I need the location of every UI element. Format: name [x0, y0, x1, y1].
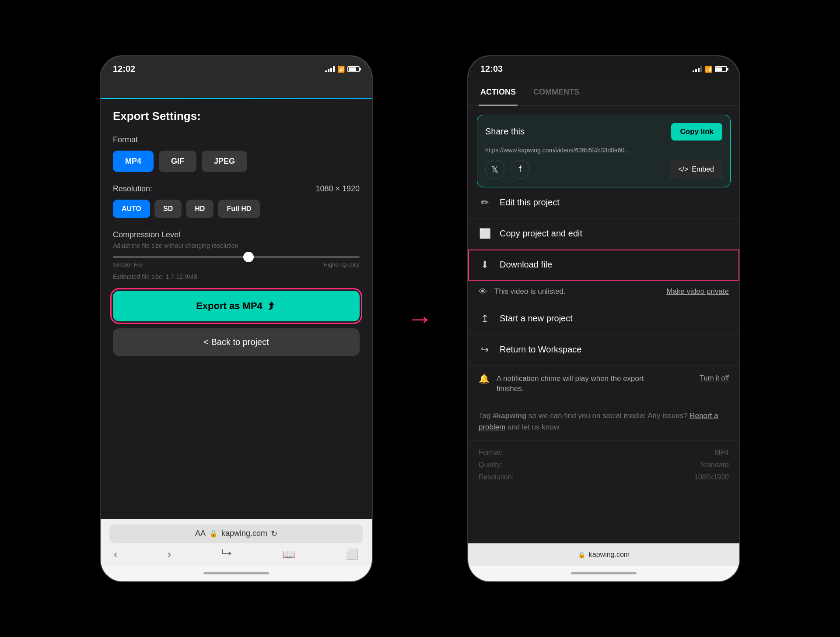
download-file-item[interactable]: ⬇ Download file	[468, 250, 739, 281]
edit-icon: ✏	[479, 197, 491, 208]
tag-rest-text: so we can find you on social media! Any …	[528, 412, 688, 420]
make-private-link[interactable]: Make video private	[666, 287, 729, 296]
share-row: Share this Copy link	[485, 123, 722, 141]
slider-min-label: Smaller File	[113, 261, 143, 268]
new-project-icon: ↥	[479, 313, 491, 324]
back-nav-icon[interactable]: ‹	[114, 548, 117, 560]
notif-text: A notification chime will play when the …	[497, 373, 645, 394]
return-icon: ↪	[479, 344, 491, 355]
download-file-label: Download file	[500, 260, 552, 270]
refresh-icon[interactable]: ↻	[271, 529, 277, 538]
format-val: MP4	[714, 449, 729, 457]
format-label: Format	[113, 135, 360, 144]
left-status-time: 12:02	[113, 64, 135, 74]
tabs-nav-icon[interactable]: ⬜	[346, 548, 359, 560]
right-wifi-icon: 📶	[705, 66, 712, 73]
resolution-buttons: AUTO SD HD Full HD	[113, 200, 360, 218]
export-upload-icon: ⮭	[267, 300, 276, 312]
copy-link-label: Copy link	[680, 127, 714, 136]
tag-text: Tag	[479, 412, 493, 420]
format-mp4-button[interactable]: MP4	[113, 151, 154, 172]
unlisted-left: 👁 This video is unlisted.	[479, 287, 566, 297]
home-bar-left	[203, 572, 269, 574]
export-content: Export Settings: Format MP4 GIF JPEG Res…	[101, 99, 372, 519]
copy-project-item[interactable]: ⬜ Copy project and edit	[468, 218, 739, 250]
left-phone: 12:02 📶 Export Settings: Format	[101, 56, 372, 581]
res-fullhd-button[interactable]: Full HD	[218, 200, 260, 218]
tag-end-text: and let us know.	[508, 423, 561, 431]
url-bar-left[interactable]: AA 🔒 kapwing.com ↻	[109, 524, 363, 543]
bookmarks-nav-icon[interactable]: 📖	[282, 548, 295, 560]
right-battery-fill	[716, 67, 722, 71]
return-workspace-label: Return to Workspace	[500, 345, 582, 355]
right-signal-bar-2	[695, 69, 697, 72]
export-title: Export Settings:	[113, 109, 360, 123]
edit-project-item[interactable]: ✏ Edit this project	[468, 187, 739, 218]
quality-info-row: Quality: Standard	[479, 461, 729, 469]
new-project-item[interactable]: ↥ Start a new project	[468, 303, 739, 334]
slider-labels: Smaller File Higher Quality	[113, 261, 360, 268]
export-btn-label: Export as MP4	[196, 300, 262, 312]
twitter-button[interactable]: 𝕏	[485, 160, 504, 179]
share-nav-icon[interactable]: ⮡	[221, 548, 232, 560]
res-sd-button[interactable]: SD	[154, 200, 182, 218]
tag-kapwing: #kapwing	[493, 412, 526, 420]
compression-section: Compression Level Adjust the file size w…	[113, 230, 360, 268]
compression-slider[interactable]	[113, 256, 360, 258]
compression-subtitle: Adjust the file size without changing re…	[113, 242, 360, 249]
signal-bar-1	[325, 70, 327, 72]
social-row: 𝕏 f </> Embed	[485, 160, 722, 179]
res-auto-button[interactable]: AUTO	[113, 200, 150, 218]
tab-actions[interactable]: ACTIONS	[479, 80, 518, 106]
turn-off-link[interactable]: Turn it off	[700, 373, 729, 383]
left-status-bar: 12:02 📶	[101, 56, 372, 80]
browser-nav: ‹ › ⮡ 📖 ⬜	[109, 548, 363, 560]
home-indicator-right	[468, 566, 739, 581]
bell-icon: 🔔	[479, 373, 490, 384]
right-status-bar: 12:03 📶	[468, 56, 739, 80]
right-signal-bar-4	[700, 66, 702, 72]
format-gif-button[interactable]: GIF	[159, 151, 196, 172]
unlisted-row: 👁 This video is unlisted. Make video pri…	[468, 281, 739, 303]
download-icon: ⬇	[479, 259, 491, 271]
tab-comments-label: COMMENTS	[533, 88, 579, 96]
signal-bar-4	[333, 66, 335, 72]
notif-left: 🔔 A notification chime will play when th…	[479, 373, 645, 394]
url-text-right: kapwing.com	[589, 551, 630, 559]
facebook-button[interactable]: f	[511, 160, 530, 179]
back-to-project-button[interactable]: < Back to project	[113, 328, 360, 356]
res-hd-button[interactable]: HD	[186, 200, 214, 218]
export-mp4-button[interactable]: Export as MP4 ⮭	[113, 291, 360, 321]
actions-scroll: Share this Copy link https://www.kapwing…	[468, 106, 739, 543]
resolution-label: Resolution:	[113, 184, 152, 194]
file-size-estimate: Estimated file size: 1.7-12.9MB	[113, 273, 360, 280]
right-battery-icon	[715, 66, 727, 72]
battery-icon	[347, 66, 360, 72]
notification-row: 🔔 A notification chime will play when th…	[468, 366, 739, 403]
home-bar-right	[571, 572, 637, 574]
resolution-key: Resolution:	[479, 473, 514, 481]
right-phone: 12:03 📶 ACTIONS	[468, 56, 739, 581]
format-info-row: Format: MP4	[479, 449, 729, 457]
right-signal-bar-3	[698, 68, 700, 72]
copy-link-button[interactable]: Copy link	[671, 123, 722, 141]
signal-bars-icon	[325, 66, 335, 72]
screens-container: 12:02 📶 Export Settings: Format	[101, 56, 739, 581]
file-info: Format: MP4 Quality: Standard Resolution…	[468, 441, 739, 493]
font-size-btn[interactable]: AA	[195, 529, 206, 538]
eye-icon: 👁	[479, 287, 487, 297]
embed-button[interactable]: </> Embed	[670, 161, 722, 178]
signal-bar-3	[330, 68, 332, 72]
return-workspace-item[interactable]: ↪ Return to Workspace	[468, 334, 739, 366]
wifi-icon: 📶	[337, 66, 345, 73]
format-jpeg-button[interactable]: JPEG	[202, 151, 247, 172]
left-phone-content: Export Settings: Format MP4 GIF JPEG Res…	[101, 99, 372, 581]
tabs-row: ACTIONS COMMENTS	[479, 80, 729, 106]
tab-comments[interactable]: COMMENTS	[532, 80, 581, 106]
forward-nav-icon[interactable]: ›	[168, 548, 171, 560]
new-project-label: Start a new project	[500, 313, 573, 324]
resolution-val: 1080x1920	[694, 473, 729, 481]
right-signal-bar-1	[693, 70, 694, 72]
unlisted-text: This video is unlisted.	[494, 287, 566, 296]
tag-section: Tag #kapwing so we can find you on socia…	[468, 402, 739, 441]
